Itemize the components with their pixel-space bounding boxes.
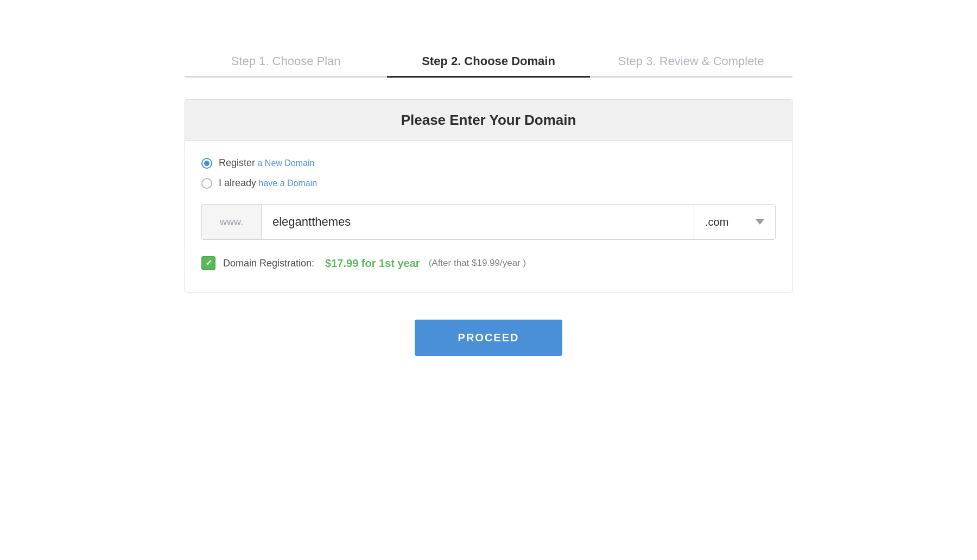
radio-options: Register a New Domain I already have a D… [201, 157, 776, 189]
register-radio-input[interactable] [201, 158, 212, 169]
registration-price: $17.99 for 1st year [325, 257, 420, 270]
card-header-title: Please Enter Your Domain [201, 112, 776, 129]
register-label-prefix: Register [219, 157, 255, 169]
step-2-item[interactable]: Step 2. Choose Domain [387, 54, 589, 78]
registration-row: ✓ Domain Registration: $17.99 for 1st ye… [201, 256, 776, 270]
www-prefix-label: www. [202, 205, 262, 239]
step-3-item[interactable]: Step 3. Review & Complete [590, 54, 792, 78]
chevron-down-icon [756, 219, 764, 225]
domain-registration-checkbox[interactable]: ✓ [201, 256, 215, 270]
domain-text-input[interactable] [262, 205, 694, 239]
proceed-button[interactable]: PROCEED [415, 320, 563, 356]
step-3-label: Step 3. Review & Complete [618, 54, 764, 76]
checkmark-icon: ✓ [205, 259, 212, 268]
have-domain-link[interactable]: have a Domain [259, 179, 318, 188]
register-new-domain-option[interactable]: Register a New Domain [201, 157, 776, 169]
card-body: Register a New Domain I already have a D… [185, 141, 792, 292]
registration-after-text: (After that $19.99/year ) [429, 258, 526, 269]
already-have-label-prefix: I already [219, 177, 256, 189]
register-new-domain-link[interactable]: a New Domain [257, 158, 314, 168]
step-1-item[interactable]: Step 1. Choose Plan [185, 54, 387, 78]
already-have-domain-option[interactable]: I already have a Domain [201, 177, 776, 189]
card-header: Please Enter Your Domain [185, 100, 792, 141]
step-2-label: Step 2. Choose Domain [422, 54, 555, 76]
already-have-radio-input[interactable] [201, 178, 212, 189]
domain-input-row: www. .com [201, 204, 776, 240]
step-2-underline [387, 76, 589, 78]
step-1-label: Step 1. Choose Plan [231, 54, 341, 76]
registration-label: Domain Registration: [223, 258, 314, 269]
tld-value: .com [705, 216, 728, 228]
step-1-underline [185, 76, 387, 78]
tld-selector[interactable]: .com [694, 205, 775, 239]
domain-card: Please Enter Your Domain Register a New … [185, 99, 792, 292]
steps-navigation: Step 1. Choose Plan Step 2. Choose Domai… [185, 54, 792, 78]
step-3-underline [590, 76, 792, 78]
